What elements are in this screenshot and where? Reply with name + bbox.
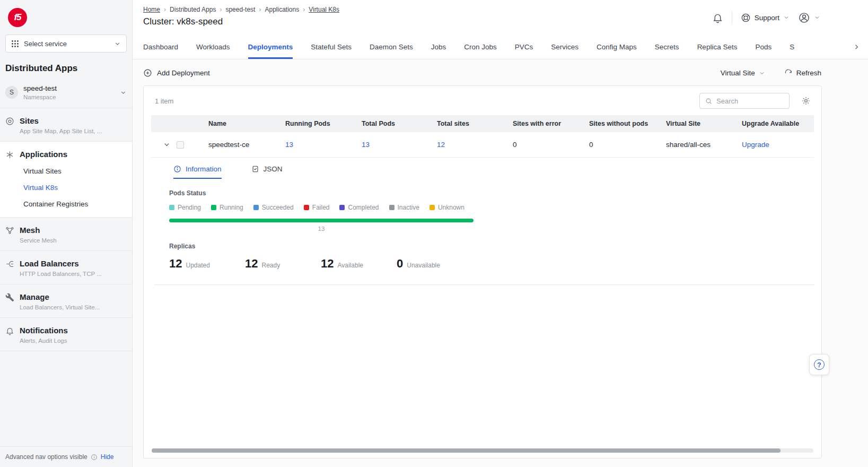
search-box <box>699 93 790 109</box>
breadcrumb-separator-icon: › <box>164 6 166 13</box>
help-button[interactable]: ? <box>809 354 829 375</box>
sidebar-item-label: Load Balancers <box>20 258 102 269</box>
select-service-label: Select service <box>24 40 67 48</box>
detail-tabs: Information JSON <box>173 165 811 179</box>
search-icon <box>705 97 713 105</box>
tabs-scroll-right-icon[interactable] <box>853 43 861 51</box>
stat-value: 12 <box>321 257 334 271</box>
stat-label: Unavailable <box>407 262 440 269</box>
tab-pods[interactable]: Pods <box>755 35 771 59</box>
header-left: Home › Distributed Apps › speed-test › A… <box>143 6 339 27</box>
horizontal-scrollbar-thumb[interactable] <box>152 448 781 453</box>
breadcrumb-virtual-k8s[interactable]: Virtual K8s <box>309 6 339 13</box>
grid-icon <box>11 40 19 48</box>
help-icon: ? <box>814 359 825 370</box>
tab-truncated[interactable]: S <box>790 35 794 59</box>
sidebar-item-manage[interactable]: Manage Load Balancers, Virtual Site... <box>0 284 132 318</box>
sidebar-item-notifications[interactable]: Notifications Alerts, Audit Logs <box>0 318 132 351</box>
plus-circle-icon <box>143 68 152 77</box>
account-icon <box>798 12 810 24</box>
legend-item-inactive: Inactive <box>389 204 419 211</box>
refresh-button[interactable]: Refresh <box>784 69 821 77</box>
legend-swatch <box>253 205 259 210</box>
chevron-down-icon <box>114 40 121 47</box>
advanced-nav-text: Advanced nav options visible <box>5 453 87 461</box>
card-toolbar: 1 item <box>144 86 821 115</box>
tab-secrets[interactable]: Secrets <box>655 35 679 59</box>
table-settings-gear-icon[interactable] <box>801 96 811 106</box>
breadcrumb-home[interactable]: Home <box>143 6 160 13</box>
sidebar-item-subtitle: App Site Map, App Site List, ... <box>20 128 102 134</box>
col-name: Name <box>208 120 285 127</box>
namespace-selector[interactable]: S speed-test Namespace <box>0 80 132 108</box>
upgrade-link[interactable]: Upgrade <box>742 141 814 149</box>
tab-stateful-sets[interactable]: Stateful Sets <box>311 35 352 59</box>
namespace-text: speed-test Namespace <box>23 84 115 100</box>
tab-replica-sets[interactable]: Replica Sets <box>697 35 738 59</box>
legend-label: Completed <box>348 204 379 211</box>
info-icon <box>173 165 181 173</box>
tab-services[interactable]: Services <box>551 35 578 59</box>
sidebar-item-applications[interactable]: Applications Virtual Sites Virtual K8s C… <box>0 142 132 218</box>
col-sites-with-error: Sites with error <box>513 120 589 127</box>
account-menu[interactable] <box>798 12 820 24</box>
sidebar-item-sites[interactable]: Sites App Site Map, App Site List, ... <box>0 108 132 142</box>
stat-label: Updated <box>186 262 209 269</box>
row-checkbox[interactable] <box>177 141 184 149</box>
cell-total-sites-link[interactable]: 12 <box>437 141 513 149</box>
legend-label: Pending <box>178 204 201 211</box>
sidebar-item-subtitle: Service Mesh <box>20 237 57 244</box>
tab-dashboard[interactable]: Dashboard <box>143 35 178 59</box>
sidebar-item-mesh[interactable]: Mesh Service Mesh <box>0 218 132 251</box>
top-header: Home › Distributed Apps › speed-test › A… <box>133 0 868 35</box>
tab-daemon-sets[interactable]: Daemon Sets <box>370 35 413 59</box>
app-root: f5 Select service Distributed Apps S spe… <box>0 0 868 467</box>
sidebar: f5 Select service Distributed Apps S spe… <box>0 0 133 467</box>
sidebar-item-virtual-sites[interactable]: Virtual Sites <box>23 167 127 175</box>
col-sites-without-pods: Sites without pods <box>589 120 666 127</box>
sidebar-item-subtitle: Load Balancers, Virtual Site... <box>20 304 100 310</box>
header-actions: Support <box>712 11 820 24</box>
pods-status-legend: Pending Running Succeeded Failed <box>169 204 811 211</box>
sidebar-item-virtual-k8s[interactable]: Virtual K8s <box>23 184 127 192</box>
add-deployment-label: Add Deployment <box>157 69 210 77</box>
detail-tab-json[interactable]: JSON <box>251 165 283 179</box>
table-row: speedtest-ce 13 13 12 0 0 shared/all-ces… <box>151 132 814 158</box>
pods-status-bar-count: 13 <box>169 226 474 232</box>
replicas-stats: 12 Updated 12 Ready 12 Available 0 Unava… <box>169 257 811 271</box>
f5-logo[interactable]: f5 <box>8 8 27 27</box>
tab-pvcs[interactable]: PVCs <box>515 35 533 59</box>
tab-deployments[interactable]: Deployments <box>248 35 293 59</box>
action-bar: Add Deployment Virtual Site Refresh <box>133 59 868 84</box>
breadcrumb-separator-icon: › <box>220 6 222 13</box>
stat-updated: 12 Updated <box>169 257 245 271</box>
virtual-site-dropdown[interactable]: Virtual Site <box>721 69 765 77</box>
breadcrumb: Home › Distributed Apps › speed-test › A… <box>143 6 339 13</box>
chevron-down-icon <box>783 14 790 21</box>
bell-icon <box>5 326 14 335</box>
add-deployment-button[interactable]: Add Deployment <box>143 68 210 77</box>
cell-running-pods-link[interactable]: 13 <box>285 141 362 149</box>
pods-status-label: Pods Status <box>169 189 811 197</box>
col-total-pods: Total Pods <box>362 120 437 127</box>
tab-cron-jobs[interactable]: Cron Jobs <box>464 35 497 59</box>
tab-jobs[interactable]: Jobs <box>431 35 446 59</box>
select-service-dropdown[interactable]: Select service <box>5 34 127 53</box>
cell-total-pods-link[interactable]: 13 <box>362 141 437 149</box>
tab-workloads[interactable]: Workloads <box>196 35 230 59</box>
search-input[interactable] <box>716 97 784 105</box>
row-expand-chevron-icon[interactable] <box>163 141 171 149</box>
support-menu[interactable]: Support <box>741 13 790 23</box>
sidebar-item-load-balancers[interactable]: Load Balancers HTTP Load Balancers, TCP … <box>0 251 132 284</box>
horizontal-scrollbar[interactable] <box>152 448 813 453</box>
hide-advanced-nav-link[interactable]: Hide <box>101 453 114 461</box>
detail-tab-information[interactable]: Information <box>173 165 222 179</box>
stat-ready: 12 Ready <box>245 257 321 271</box>
virtual-site-dropdown-label: Virtual Site <box>721 69 755 77</box>
tab-config-maps[interactable]: Config Maps <box>597 35 637 59</box>
detail-tab-label: Information <box>186 165 222 173</box>
legend-item-pending: Pending <box>169 204 201 211</box>
sidebar-item-container-registries[interactable]: Container Registries <box>23 200 127 208</box>
notifications-bell-icon[interactable] <box>712 12 723 23</box>
page-title: Cluster: vk8s-speed <box>143 16 339 27</box>
